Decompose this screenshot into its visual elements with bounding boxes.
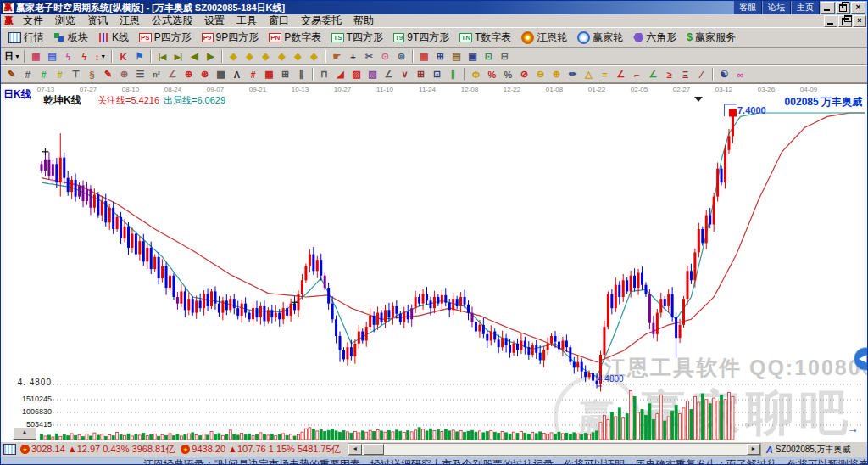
winner-wheel-icon[interactable]: 赢家轮 — [572, 30, 628, 46]
cut-icon[interactable]: ✂ — [361, 50, 377, 63]
t-number-table-icon[interactable]: TNT数字表 — [454, 30, 516, 46]
box-grid-icon[interactable]: ⊞ — [277, 68, 293, 81]
target-box-icon[interactable]: ⊡ — [429, 68, 445, 81]
angle-tool-icon[interactable]: ∠ — [164, 68, 181, 81]
n-square-icon[interactable]: n² — [148, 68, 164, 81]
t-square-icon[interactable]: TST四方形 — [326, 30, 388, 46]
first-page-icon[interactable]: |◀ — [154, 50, 170, 63]
menu-item-6[interactable]: 工具 — [231, 14, 263, 28]
menu-item-3[interactable]: 江恩 — [114, 14, 146, 28]
time-bars-icon[interactable]: ∥ — [293, 68, 309, 81]
spiral-icon[interactable]: § — [84, 68, 100, 81]
expand-panel-button[interactable]: ▲ — [13, 427, 36, 440]
slope-icon[interactable]: ⁄ — [693, 68, 709, 81]
quote-scrollbar[interactable]: ◂ ▸ — [348, 443, 761, 456]
diamond-left-icon[interactable]: ◈ — [225, 50, 242, 63]
kline-chart[interactable] — [1, 84, 867, 441]
golden-ratio-icon[interactable]: Φ — [468, 68, 484, 81]
hand-drag-icon[interactable]: ☛ — [329, 50, 345, 63]
page-right-icon[interactable]: → — [847, 422, 859, 435]
support-button[interactable]: 客服 — [733, 1, 762, 14]
ladder-icon[interactable]: Ξ — [677, 68, 693, 81]
crosshair-icon[interactable]: + — [345, 50, 361, 63]
forum-button[interactable]: 论坛 — [762, 1, 791, 14]
time-comb-icon[interactable]: ☰ — [132, 68, 148, 81]
gold-circle-plus-icon[interactable]: ⊕ — [548, 68, 565, 81]
calculator-icon[interactable]: ⊞ — [432, 50, 448, 63]
calendar-icon[interactable]: ▦ — [416, 50, 432, 63]
diamond-right-icon[interactable]: ◈ — [242, 50, 258, 63]
diamond-expand-icon[interactable]: ◈ — [290, 50, 306, 63]
price-grid-green-icon[interactable]: # — [36, 68, 52, 81]
scroll-left-icon[interactable]: ◂ — [348, 444, 362, 455]
close-button[interactable]: × — [851, 2, 865, 14]
gann-fan-icon[interactable]: ◢ — [332, 68, 348, 81]
angle-green-icon[interactable]: ∠ — [645, 68, 661, 81]
circle-cross-icon[interactable]: ⊕ — [116, 68, 132, 81]
winner-service-icon[interactable]: $赢家服务 — [682, 30, 741, 46]
gann-flag-icon[interactable]: ⊤ — [68, 68, 84, 81]
parallel-lines-icon[interactable]: ∥ — [445, 68, 461, 81]
angle-red-icon[interactable]: ∠ — [613, 68, 629, 81]
menu-item-5[interactable]: 设置 — [198, 14, 231, 28]
sectors-icon[interactable]: 板块 — [49, 30, 93, 46]
gann-swing-icon[interactable]: Λ — [229, 68, 245, 81]
zigzag-small-icon[interactable]: ϟ — [60, 50, 76, 63]
notepad-icon[interactable]: ▤ — [448, 50, 465, 63]
diamond-shrink-icon[interactable]: ◈ — [306, 50, 322, 63]
percent-icon[interactable]: % — [500, 68, 516, 81]
shenzhen-index-icon[interactable]: ★ — [181, 445, 190, 454]
9t-square-icon[interactable]: T99T四方形 — [388, 30, 454, 46]
tab-daily-kline[interactable]: 日K线 — [3, 87, 31, 102]
gold-equal-icon[interactable]: = — [597, 68, 613, 81]
speed-line-icon[interactable]: ≥ — [661, 68, 677, 81]
menu-item-7[interactable]: 窗口 — [263, 14, 295, 28]
p-number-table-icon[interactable]: PNP数字表 — [264, 30, 326, 46]
last-page-icon[interactable]: ▶| — [170, 50, 186, 63]
scroll-thumb[interactable] — [364, 444, 384, 455]
gann-wheel-icon[interactable]: 江恩轮 — [516, 30, 572, 46]
red-pen-icon[interactable]: ✎ — [100, 68, 116, 81]
red-box-icon[interactable]: ▨ — [348, 68, 364, 81]
zigzag-large-icon[interactable]: ϟ — [76, 50, 92, 63]
layout-icon[interactable]: ▦ — [28, 50, 44, 63]
brush-icon[interactable]: ✏ — [565, 68, 581, 81]
minimize-button[interactable] — [821, 2, 835, 14]
homepage-button[interactable]: 主页 — [791, 1, 820, 14]
red-grid-icon[interactable]: ▦ — [261, 68, 277, 81]
quotes-icon[interactable]: 行情 — [3, 30, 49, 46]
angle-f-icon[interactable]: ⌐ — [629, 68, 645, 81]
draw-pen-icon[interactable]: ✎ — [3, 68, 19, 81]
taiji-icon[interactable]: ☯ — [716, 68, 732, 81]
menu-item-0[interactable]: 文件 — [17, 14, 49, 28]
kline-icon[interactable]: K线 — [93, 30, 134, 46]
qiankun-k-icon[interactable]: K — [115, 50, 131, 63]
trend-angle-icon[interactable]: ∠ — [381, 68, 397, 81]
scroll-right-icon[interactable]: ▸ — [747, 444, 760, 455]
zigzag-tool-icon[interactable]: ∨ — [397, 68, 413, 81]
draw-flag-icon[interactable]: ⚑ — [131, 50, 147, 63]
child-minimize-button[interactable] — [824, 15, 837, 27]
p-square-icon[interactable]: PSP四方形 — [134, 30, 197, 46]
hexagon-icon[interactable]: 六角形 — [628, 30, 682, 46]
menu-item-2[interactable]: 资讯 — [81, 14, 114, 28]
9p-square-icon[interactable]: P99P四方形 — [197, 30, 264, 46]
menu-item-8[interactable]: 交易委托 — [295, 14, 348, 28]
shanghai-index-icon[interactable]: ★ — [20, 445, 30, 454]
restore-button[interactable] — [836, 2, 850, 14]
stamp-icon[interactable]: ⊙ — [377, 50, 393, 63]
percent-red-icon[interactable]: % — [484, 68, 500, 81]
shenzhen-index-quote[interactable]: 9438.20 ▲107.76 1.15% 5481.75亿 — [192, 443, 340, 456]
f10-info-icon[interactable]: ▤ — [44, 50, 60, 63]
print-icon[interactable]: ⊟ — [497, 50, 513, 63]
finder-icon[interactable]: ⊚ — [393, 50, 409, 63]
menu-item-4[interactable]: 公式选股 — [146, 14, 198, 28]
grid-tool-icon[interactable]: ⊞ — [413, 68, 429, 81]
shanghai-index-quote[interactable]: 3028.14 ▲12.97 0.43% 3968.81亿 — [31, 443, 175, 456]
gann-target-icon[interactable]: ⊕ — [181, 68, 197, 81]
window-box-icon[interactable]: ⊓ — [316, 68, 332, 81]
diamond-up-icon[interactable]: ◈ — [258, 50, 274, 63]
infinity-icon[interactable]: ∞ — [732, 68, 748, 81]
next-bar-icon[interactable]: ▶ — [203, 50, 219, 63]
quote-grid-icon[interactable] — [3, 444, 16, 455]
